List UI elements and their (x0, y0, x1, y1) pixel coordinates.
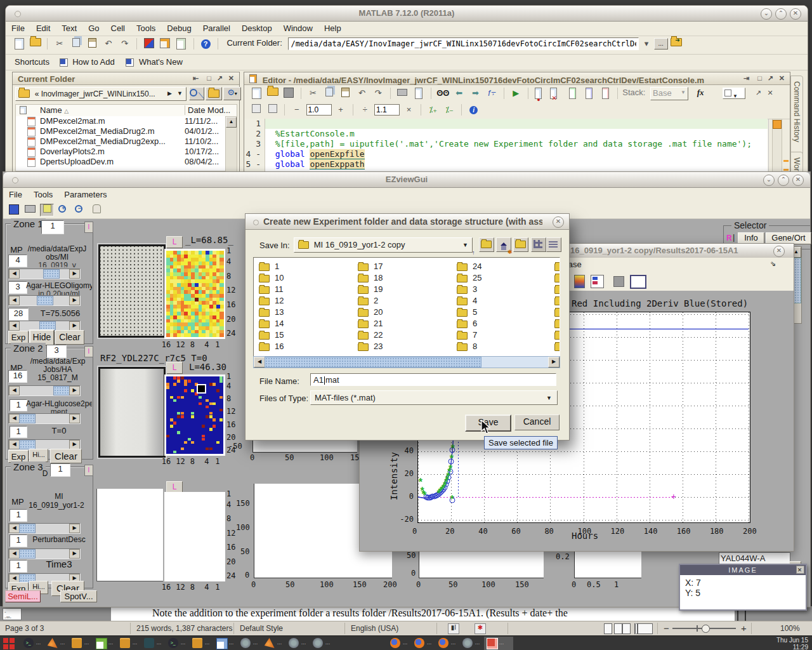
goto-function-icon[interactable]: f⍪ (485, 88, 498, 99)
zoom-in-icon[interactable]: + (58, 204, 70, 216)
zone2-slider1[interactable]: ◀ ▶ (8, 385, 81, 396)
dialog-close-button[interactable]: ✕ (553, 216, 564, 228)
zoom-out-icon[interactable]: − (664, 623, 669, 633)
files-of-type-dropdown-icon[interactable]: ▼ (546, 395, 552, 401)
folder-item[interactable]: 10 (259, 273, 284, 284)
maximize-panel-icon[interactable]: □ (757, 74, 762, 82)
zone2-hide-button[interactable]: Hi... (29, 449, 48, 462)
image-panel-close-icon[interactable]: ✕ (796, 566, 804, 574)
save-in-combo[interactable]: MI 16_0919_yor1-2 copy ▼ (294, 237, 473, 253)
folder-item[interactable]: 16 (259, 342, 284, 353)
slider-left-icon[interactable]: ◀ (9, 386, 20, 395)
status-words[interactable]: 215 words, 1,387 characters (136, 624, 232, 633)
step-icon[interactable] (566, 88, 579, 99)
status-style[interactable]: Default Style (240, 624, 283, 633)
clock[interactable]: Thu Jun 15 11:29 (776, 637, 808, 650)
marker-line5-icon[interactable] (783, 169, 789, 171)
breakpoint-set-icon[interactable]: ● (534, 88, 547, 99)
new-file-icon[interactable] (13, 38, 25, 50)
folder-item[interactable]: 21 (358, 319, 383, 330)
slider-thumb[interactable] (19, 440, 36, 449)
slider-left-icon[interactable]: ◀ (9, 296, 20, 305)
fx-icon[interactable]: fx (697, 88, 704, 97)
semilog-button[interactable]: SemiL... (5, 590, 41, 602)
taskbar-item-folder[interactable]: ... (69, 637, 93, 650)
folder-item[interactable]: 18 (358, 273, 383, 284)
new-file-icon[interactable] (250, 88, 263, 99)
date-column-header[interactable]: Date Mod... (185, 105, 230, 115)
pin-icon[interactable]: ⇤ (193, 74, 199, 83)
folder-item[interactable]: 5 (457, 307, 481, 319)
zone1-slider2[interactable]: ◀ ▶ (8, 295, 81, 306)
menu-tools[interactable]: Tools (28, 188, 58, 199)
matlab-minimize-button[interactable]: ⌄ (761, 8, 772, 20)
zone2-plate-image[interactable] (98, 367, 166, 458)
slider-thumb[interactable] (37, 296, 53, 305)
paste-icon[interactable] (86, 38, 98, 50)
marker-line4-icon[interactable] (783, 160, 789, 162)
zone1-field2[interactable]: 3 (8, 281, 27, 294)
folder-item[interactable]: 19 (358, 284, 383, 296)
undock-icon[interactable]: ↗ (756, 89, 761, 96)
multiply-icon[interactable]: × (403, 104, 416, 116)
insert-cell-icon[interactable] (250, 104, 263, 116)
cut-icon[interactable]: ✂ (53, 38, 66, 50)
simulink-icon[interactable] (143, 38, 155, 50)
multi-page-view-icon[interactable] (614, 623, 622, 634)
open-file-icon[interactable] (266, 88, 279, 99)
zone1-index-field[interactable]: 1 (41, 220, 64, 234)
horizontal-scrollbar[interactable]: ◀ ▶ (253, 356, 560, 368)
shortcut-whats-new[interactable]: What's New (139, 57, 183, 67)
zone2-index-field[interactable]: 3 (46, 345, 67, 358)
paste-icon[interactable] (339, 88, 352, 99)
breadcrumb-next-icon[interactable]: ▶ (167, 90, 172, 96)
scroll-right-icon[interactable]: ▶ (548, 357, 560, 368)
code-line[interactable]: %EstartConsole.m (265, 129, 768, 139)
breadcrumb[interactable]: « InovImager_jwrCF_WINLinx150... ▶ ▼ (15, 87, 187, 101)
table-row[interactable]: DMPexcel2mat_MediaDrug2.m04/01/2... (16, 126, 225, 136)
close-panel-icon[interactable]: ✕ (779, 74, 785, 83)
guide-icon[interactable] (159, 38, 171, 50)
zone1-field3[interactable]: 28 (8, 308, 29, 321)
menu-desktop[interactable]: Desktop (236, 22, 278, 33)
back-icon[interactable]: ⬅ (453, 88, 466, 99)
zone1-exp-button[interactable]: Exp (8, 331, 29, 344)
folder-item[interactable] (554, 307, 560, 319)
zone2-field1[interactable]: 16 (8, 370, 27, 383)
file-list-scrollbar[interactable]: ▲ (225, 116, 237, 172)
grid-view-button[interactable] (531, 237, 546, 252)
folder-item[interactable]: 7 (457, 330, 481, 342)
folder-item[interactable]: 22 (358, 330, 383, 342)
path-dropdown-icon[interactable]: ▾ (642, 38, 651, 50)
profiler-icon[interactable] (175, 38, 188, 50)
ezview-minimize-button[interactable]: ⌄ (763, 175, 775, 186)
taskbar-item-app-gray[interactable]: ... (238, 637, 262, 650)
zoom-percent[interactable]: 100% (780, 624, 800, 633)
menu-parallel[interactable]: Parallel (197, 22, 236, 33)
folder-item[interactable]: 4 (457, 296, 481, 307)
taskbar-item-app-gray[interactable]: ... (286, 637, 310, 650)
slider-left-icon[interactable]: ◀ (9, 524, 20, 533)
zone1-slider1[interactable]: ◀ ▶ (8, 269, 81, 279)
document-modified-icon[interactable]: ✱ (475, 623, 486, 634)
dialog-titlebar[interactable]: Create new Experiment folder and data st… (246, 214, 569, 230)
cancel-button[interactable]: Cancel (514, 415, 560, 430)
subplot-icon[interactable] (591, 275, 604, 288)
table-row[interactable]: DMPexcel2mat_MediaDrug2exp...11/10/2... (16, 136, 225, 147)
taskbar-item-terminal[interactable]: >_... (166, 637, 190, 650)
status-page[interactable]: Page 3 of 3 (5, 624, 44, 633)
zone3-pink-tab[interactable]: I (84, 465, 93, 476)
view-combo[interactable]: ▼ (723, 88, 745, 99)
slider-right-icon[interactable]: ▶ (69, 296, 80, 305)
folder-item[interactable] (554, 296, 560, 307)
zone1-plate-image[interactable] (98, 244, 166, 338)
info-icon[interactable]: i (468, 104, 480, 116)
folder-item[interactable]: 8 (457, 342, 481, 353)
image-panel-titlebar[interactable]: IMAGE ✕ (680, 565, 806, 575)
zone3-field3[interactable]: 1 (10, 560, 27, 573)
cell-value2-input[interactable] (374, 104, 400, 116)
help-icon[interactable]: ? (199, 38, 212, 50)
actions-button[interactable]: ⚙▾ (223, 87, 241, 100)
annotate-zoom-icon[interactable] (40, 204, 54, 216)
writer-page[interactable]: Note the addition to the experiment fold… (111, 606, 735, 621)
